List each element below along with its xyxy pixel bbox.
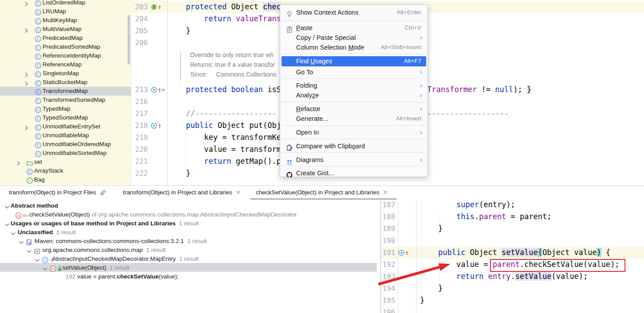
menu-item-label: Refactor <box>296 104 320 114</box>
menu-separator <box>280 102 428 102</box>
menu-separator <box>280 139 428 139</box>
code-token: ( <box>538 248 542 257</box>
menu-item-shortcut: Alt+Enter <box>397 8 421 17</box>
github-icon <box>286 170 293 177</box>
menu-item-label: Go To <box>296 67 313 77</box>
menu-item-label: Compare with Clipboard <box>296 141 365 151</box>
menu-item-open-in[interactable]: Open In› <box>282 128 426 137</box>
menu-item-column-selection-mode[interactable]: Column Selection ModeAlt+Shift+Insert <box>282 43 426 52</box>
code-token: parent <box>479 212 506 221</box>
menu-item-shortcut: Ctrl+V <box>405 23 421 33</box>
code-token: public <box>438 248 470 257</box>
menu-item-paste[interactable]: PasteCtrl+V <box>282 23 426 33</box>
code-token: } <box>438 224 443 233</box>
code-line: } <box>438 223 443 235</box>
indent-guide <box>421 201 422 303</box>
code-token: .checkSetValue(value); <box>520 260 619 269</box>
overrides-gutter-icon[interactable]: ↑ <box>398 249 409 256</box>
menu-item-copy-paste-special[interactable]: Copy / Paste Special› <box>282 33 426 43</box>
code-line: public Object setValue(Object value) { <box>438 247 610 259</box>
code-token: ) <box>597 248 601 257</box>
menu-separator <box>280 20 428 21</box>
code-token: parent <box>493 260 520 269</box>
menu-item-label: Create Gist... <box>296 168 334 178</box>
menu-item-label: Show Context Actions <box>296 8 359 17</box>
panel-splitter[interactable] <box>380 200 381 313</box>
menu-separator <box>280 125 428 126</box>
submenu-arrow-icon: › <box>420 90 422 100</box>
menu-item-go-to[interactable]: Go To› <box>282 67 426 77</box>
menu-item-label: Diagrams <box>296 155 324 165</box>
code-token: } <box>420 296 424 305</box>
code-token: = parent; <box>506 212 551 221</box>
menu-item-label: Analyze <box>296 90 319 100</box>
code-token: entry <box>488 272 511 281</box>
menu-item-label: Paste <box>296 23 312 33</box>
clip-compare-icon <box>286 143 293 150</box>
submenu-arrow-icon: › <box>420 128 422 137</box>
menu-item-label: Copy / Paste Special <box>296 33 356 43</box>
gutter-border <box>416 200 416 313</box>
menu-item-folding[interactable]: Folding› <box>282 81 426 90</box>
code-token: value = <box>456 260 493 269</box>
code-token: Object value <box>542 248 597 257</box>
gutter-border <box>398 200 398 313</box>
diagrams-icon <box>286 156 293 163</box>
menu-item-shortcut: Alt+Insert <box>396 114 421 124</box>
override-arrow-icon: ↑ <box>405 249 409 256</box>
code-token: return <box>456 272 488 281</box>
code-token: (entry); <box>479 200 515 209</box>
code-token: { <box>602 248 610 257</box>
menu-item-show-context-actions[interactable]: Show Context ActionsAlt+Enter <box>282 8 426 17</box>
menu-item-shortcut: Alt+F7 <box>404 56 421 66</box>
code-token: this <box>456 212 474 221</box>
bulb-icon <box>286 9 293 16</box>
code-line: } <box>420 294 424 306</box>
menu-item-shortcut: Alt+Shift+Insert <box>381 43 421 52</box>
menu-item-analyze[interactable]: Analyze› <box>282 90 426 100</box>
menu-item-refactor[interactable]: Refactor› <box>282 104 426 114</box>
submenu-arrow-icon: › <box>420 67 422 77</box>
menu-item-compare-with-clipboard[interactable]: Compare with Clipboard <box>282 141 426 151</box>
code-line: super(entry); <box>456 199 515 211</box>
clipboard-icon <box>286 24 293 31</box>
code-token: (value); <box>551 272 588 281</box>
code-token: setValue <box>515 272 551 281</box>
submenu-arrow-icon: › <box>420 33 422 43</box>
menu-separator <box>280 152 428 153</box>
code-token: super <box>456 200 479 209</box>
context-menu: Show Context ActionsAlt+EnterPasteCtrl+V… <box>280 4 428 177</box>
menu-separator <box>280 166 428 166</box>
menu-separator <box>280 78 428 79</box>
code-token: . <box>474 212 479 221</box>
code-token: } <box>438 284 443 293</box>
menu-item-find-usages[interactable]: Find UsagesAlt+F7 <box>282 56 426 66</box>
code-line: return entry.setValue(value); <box>456 270 588 282</box>
menu-item-label: Find Usages <box>296 56 332 66</box>
code-token: setValue <box>501 248 538 257</box>
menu-item-create-gist[interactable]: Create Gist... <box>282 168 426 178</box>
menu-item-label: Folding <box>296 81 317 90</box>
code-line: value = parent.checkSetValue(value); <box>456 259 619 270</box>
code-line: this.parent = parent; <box>456 211 551 223</box>
code-line: } <box>438 282 443 294</box>
menu-item-label: Column Selection Mode <box>296 43 364 52</box>
code-token: . <box>511 272 515 281</box>
code-token: Object <box>470 248 502 257</box>
submenu-arrow-icon: › <box>420 81 422 90</box>
menu-item-generate[interactable]: Generate...Alt+Insert <box>282 114 426 124</box>
menu-item-label: Open In <box>296 128 319 137</box>
menu-item-diagrams[interactable]: Diagrams› <box>282 155 426 165</box>
submenu-arrow-icon: › <box>420 155 422 165</box>
submenu-arrow-icon: › <box>420 104 422 114</box>
ide-window: CListOrderedMapCLRUMapCMultiKeyMapCMulti… <box>0 0 644 313</box>
menu-item-label: Generate... <box>296 114 328 124</box>
menu-separator <box>280 54 428 54</box>
